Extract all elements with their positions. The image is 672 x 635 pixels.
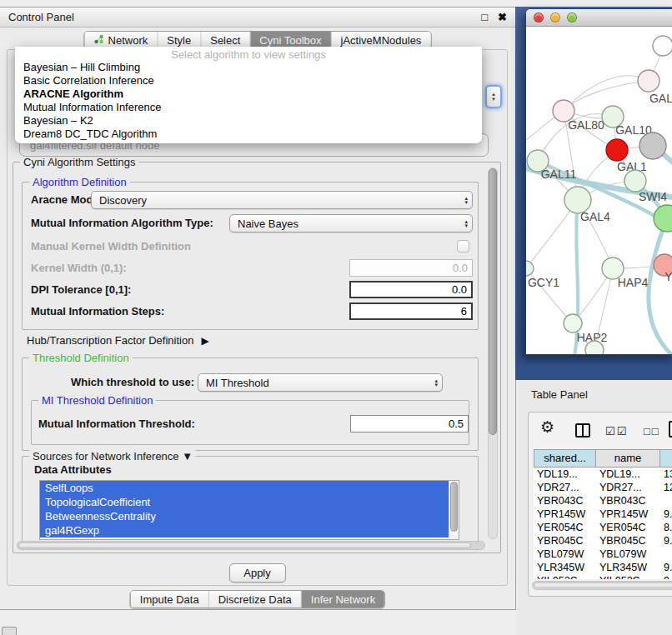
- network-window[interactable]: GALGAL80GAL10GAL1GAL11SWI4GAL4GCY1HAP4YH…: [525, 8, 672, 355]
- collapse-arrow-icon[interactable]: ▼: [182, 450, 193, 462]
- algorithm-option-mutual-information-inference[interactable]: Mutual Information Inference: [15, 101, 482, 114]
- table-row[interactable]: YBR045CYBR045C9.: [534, 534, 672, 548]
- tab-jactivemnodules[interactable]: jActiveMNodules: [332, 32, 431, 48]
- algorithm-option-basic-correlation-inference[interactable]: Basic Correlation Inference: [15, 74, 482, 88]
- table-panel-body: ⚙☑☑□□ shared...nameYDL19...YDL19...13YDR…: [528, 412, 672, 597]
- tab-label: Cyni Toolbox: [259, 34, 321, 47]
- document-icon[interactable]: [669, 421, 672, 438]
- apply-button[interactable]: Apply: [229, 563, 286, 582]
- node-label-gal80: GAL80: [568, 118, 604, 132]
- algorithm-option-aracne-algorithm[interactable]: ARACNE Algorithm: [15, 88, 482, 101]
- table-cell: 8.: [660, 521, 672, 534]
- mi-type-combobox[interactable]: Naive Bayes ▴▾: [229, 214, 473, 232]
- node-label-y: Y: [664, 270, 672, 283]
- tab-label: Discretize Data: [218, 593, 292, 606]
- close-panel-icon[interactable]: ✖: [498, 11, 507, 23]
- attribute-item-betweennesscentrality[interactable]: BetweennessCentrality: [40, 509, 449, 523]
- zoom-traffic-light[interactable]: [567, 12, 577, 22]
- list-scrollbar[interactable]: [449, 481, 459, 539]
- table-cell: YBL079W: [596, 548, 660, 561]
- tab-discretize-data[interactable]: Discretize Data: [209, 591, 302, 608]
- node-hap2[interactable]: [564, 314, 582, 332]
- float-window-icon[interactable]: □: [481, 11, 488, 23]
- table-cell: YDL19...: [596, 468, 660, 481]
- inference-algorithm-combobox-end[interactable]: ▴▾: [485, 85, 502, 108]
- kernel-width-input[interactable]: 0.0: [349, 259, 473, 277]
- table-row[interactable]: YER054CYER054C8.: [534, 521, 672, 534]
- column-header-name[interactable]: name: [596, 449, 660, 468]
- tab-select[interactable]: Select: [201, 32, 250, 48]
- network-window-titlebar[interactable]: [526, 9, 672, 27]
- table-horizontal-scrollbar[interactable]: [532, 581, 672, 590]
- node-label-gal: GAL: [649, 92, 672, 105]
- tab-network[interactable]: Network: [85, 32, 158, 48]
- aracne-mode-combobox[interactable]: Discovery ▴▾: [91, 191, 473, 209]
- restore-panel-icon[interactable]: [2, 627, 17, 635]
- combobox-arrows-icon: ▴▾: [464, 192, 468, 208]
- mi-threshold-input[interactable]: 0.5: [350, 415, 469, 432]
- list-scrollbar-thumb[interactable]: [450, 482, 458, 532]
- algorithm-option-bayesian-hill-climbing[interactable]: Bayesian – Hill Climbing: [15, 61, 482, 74]
- column-header-shared[interactable]: shared...: [534, 449, 596, 468]
- tab-impute-data[interactable]: Impute Data: [131, 591, 209, 608]
- unchecked-columns-icon[interactable]: □□: [644, 425, 660, 438]
- table-row[interactable]: YBL079WYBL079W: [534, 548, 672, 561]
- node-gal[interactable]: [638, 70, 659, 92]
- kernel-width-label: Kernel Width (0,1):: [31, 259, 127, 278]
- node-unlabeled[interactable]: [653, 36, 672, 56]
- tab-label: jActiveMNodules: [341, 34, 422, 47]
- mi-steps-input[interactable]: 6: [349, 302, 473, 320]
- tab-label: Select: [210, 34, 240, 47]
- node-unlabeled[interactable]: [585, 341, 604, 355]
- minimize-traffic-light[interactable]: [550, 12, 560, 22]
- node-unlabeled[interactable]: [639, 132, 666, 159]
- expander-arrow-icon[interactable]: ▶: [201, 335, 208, 347]
- manual-kernel-checkbox[interactable]: [457, 240, 469, 252]
- tab-label: Style: [167, 34, 191, 47]
- node-gal1[interactable]: [606, 139, 628, 161]
- tab-style[interactable]: Style: [158, 32, 201, 48]
- screen: Control Panel □ ✖ NetworkStyleSelectCyni…: [0, 0, 672, 635]
- algorithm-option-dream8-dc-tdc-algorithm[interactable]: Dream8 DC_TDC Algorithm: [15, 128, 482, 141]
- mi-type-label: Mutual Information Algorithm Type:: [31, 214, 213, 232]
- settings-horizontal-scrollbar[interactable]: [17, 541, 485, 550]
- column-header-partial[interactable]: [660, 449, 672, 468]
- table-row[interactable]: YLR345WYLR345W9.: [534, 561, 672, 574]
- table-horizontal-scrollbar-thumb[interactable]: [534, 582, 672, 588]
- table-cell: 9.: [660, 508, 672, 521]
- data-attributes-list[interactable]: SelfLoopsTopologicalCoefficientBetweenne…: [39, 480, 459, 540]
- table-panel-title: Table Panel: [531, 388, 588, 401]
- tab-infer-network[interactable]: Infer Network: [302, 591, 384, 608]
- settings-vertical-scrollbar-thumb[interactable]: [489, 168, 497, 435]
- dpi-tolerance-label: DPI Tolerance [0,1]:: [31, 281, 131, 299]
- tab-cyni-toolbox[interactable]: Cyni Toolbox: [250, 32, 331, 48]
- table-row[interactable]: YPR145WYPR145W9.: [534, 508, 672, 521]
- dpi-tolerance-input[interactable]: 0.0: [349, 281, 473, 298]
- which-threshold-combobox[interactable]: MI Threshold ▴▾: [198, 373, 443, 392]
- node-swi4[interactable]: [624, 170, 646, 192]
- sources-legend[interactable]: Sources for Network Inference ▼: [29, 450, 196, 462]
- algorithm-option-bayesian-k2[interactable]: Bayesian – K2: [15, 114, 482, 128]
- table-row[interactable]: YDR27...YDR27...12: [534, 481, 672, 494]
- table-cell: YPR145W: [534, 508, 596, 521]
- attribute-item-gal4rgexp[interactable]: gal4RGexp: [40, 523, 449, 538]
- attribute-item-selfloops[interactable]: SelfLoops: [40, 481, 449, 495]
- hub-definition-expander[interactable]: Hub/Transcription Factor Definition ▶: [27, 334, 209, 347]
- node-unlabeled[interactable]: [654, 205, 672, 232]
- node-gcy1[interactable]: [526, 261, 534, 276]
- checked-columns-icon[interactable]: ☑☑: [605, 425, 628, 438]
- node-table[interactable]: shared...nameYDL19...YDL19...13YDR27...Y…: [534, 449, 672, 579]
- close-traffic-light[interactable]: [534, 12, 544, 22]
- network-canvas[interactable]: GALGAL80GAL10GAL1GAL11SWI4GAL4GCY1HAP4YH…: [526, 27, 672, 355]
- settings-vertical-scrollbar[interactable]: [488, 168, 498, 539]
- table-row[interactable]: YDL19...YDL19...13: [534, 468, 672, 481]
- table-cell: YBR043C: [596, 494, 660, 508]
- table-row[interactable]: YIL052CYIL052C9: [534, 574, 672, 579]
- settings-gear-icon[interactable]: ⚙: [540, 419, 554, 435]
- settings-horizontal-scrollbar-thumb[interactable]: [18, 542, 471, 548]
- control-panel-title: Control Panel: [8, 11, 74, 23]
- split-column-icon[interactable]: [575, 423, 590, 438]
- sources-group: Sources for Network Inference ▼ Data Att…: [22, 456, 479, 551]
- attribute-item-topologicalcoefficient[interactable]: TopologicalCoefficient: [40, 495, 449, 509]
- table-row[interactable]: YBR043CYBR043C: [534, 494, 672, 508]
